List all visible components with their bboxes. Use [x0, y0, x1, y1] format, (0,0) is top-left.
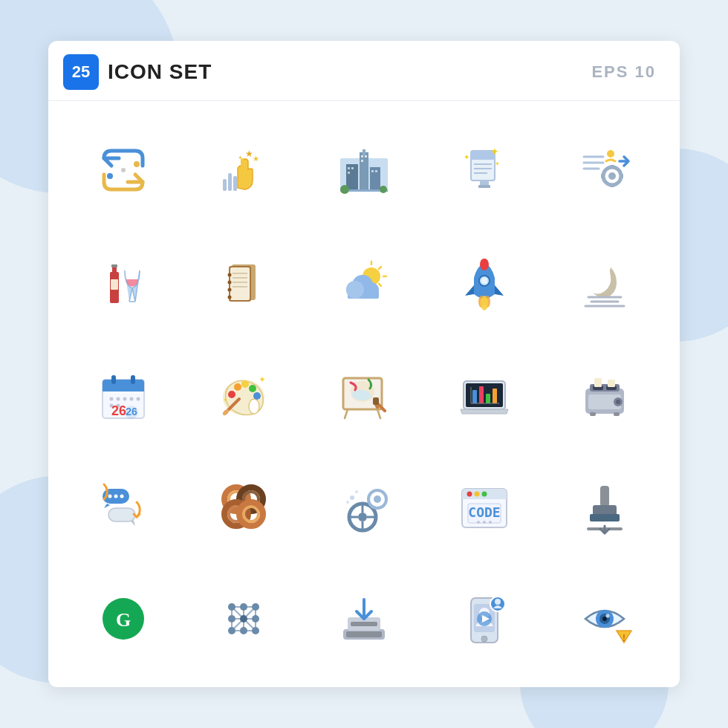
icon-cell-dot-grid	[183, 562, 304, 675]
svg-point-2	[121, 168, 126, 172]
svg-rect-83	[131, 375, 135, 384]
svg-point-150	[374, 495, 381, 503]
cloud-sun-icon	[331, 249, 397, 316]
svg-line-64	[379, 284, 381, 286]
svg-point-96	[228, 391, 235, 398]
icon-grid: ★ ★ ✦	[48, 101, 680, 687]
icon-cell-chat-refresh	[63, 450, 183, 562]
svg-point-70	[480, 259, 489, 270]
svg-point-144	[358, 513, 367, 521]
svg-point-0	[107, 173, 113, 179]
icon-cell-hand-stars: ★ ★ ✦	[183, 114, 304, 227]
svg-rect-128	[590, 412, 596, 416]
icon-cell-code-window: CODE	[424, 450, 545, 562]
svg-point-163	[483, 521, 486, 524]
svg-rect-16	[348, 167, 350, 169]
svg-point-153	[346, 501, 349, 504]
svg-rect-126	[594, 378, 602, 387]
icon-cell-eye-warning: !	[545, 562, 665, 675]
svg-point-184	[228, 627, 235, 634]
circles-pattern-icon	[210, 473, 277, 540]
svg-rect-7	[228, 173, 232, 191]
icon-cell-notebook	[183, 227, 304, 339]
calendar-26-icon: 26 26	[90, 361, 157, 428]
icon-cell-wheel-settings	[304, 450, 424, 562]
svg-text:✦: ✦	[259, 374, 266, 385]
svg-text:✦: ✦	[223, 397, 228, 403]
download-tray-icon	[331, 585, 397, 652]
svg-point-84	[110, 397, 114, 400]
svg-line-110	[377, 409, 380, 418]
svg-point-152	[355, 490, 358, 493]
svg-point-72	[481, 278, 487, 284]
svg-point-203	[606, 614, 610, 617]
svg-rect-31	[478, 185, 490, 188]
toaster-icon	[571, 361, 638, 428]
svg-rect-191	[351, 622, 377, 626]
icon-cell-usb-settings: ✦ ✦ ✦	[424, 114, 545, 227]
svg-point-157	[467, 491, 472, 496]
svg-rect-43	[620, 174, 623, 178]
night-fog-icon	[571, 249, 638, 316]
grammarly-logo-icon: G	[90, 585, 157, 652]
svg-point-99	[249, 385, 256, 392]
header: 25 ICON SET EPS 10	[48, 41, 680, 101]
svg-point-199	[481, 636, 487, 642]
page-title: ICON SET	[108, 60, 212, 84]
icon-cell-grammarly: G	[63, 562, 183, 675]
svg-rect-82	[111, 375, 116, 384]
svg-rect-167	[590, 514, 620, 521]
icon-cell-night-fog	[545, 227, 665, 339]
svg-point-23	[340, 185, 349, 194]
svg-point-162	[477, 521, 480, 524]
svg-point-24	[380, 186, 387, 193]
svg-text:✦: ✦	[238, 155, 243, 161]
icon-cell-arrows-recycle	[63, 114, 183, 227]
svg-point-181	[252, 603, 259, 611]
icon-cell-laptop-chart	[424, 339, 545, 451]
icon-cell-calendar: 26 26	[63, 339, 183, 451]
chat-refresh-icon	[90, 473, 157, 540]
svg-rect-40	[610, 165, 614, 169]
svg-text:!: !	[623, 633, 625, 643]
svg-rect-48	[111, 279, 118, 290]
icon-cell-paint-palette: ✦ ✦	[183, 339, 304, 451]
laptop-chart-icon	[451, 361, 518, 428]
svg-text:CODE: CODE	[468, 504, 500, 520]
svg-text:✦: ✦	[495, 160, 500, 167]
svg-rect-10	[360, 152, 368, 192]
eps-label: EPS 10	[591, 62, 656, 82]
svg-rect-113	[472, 390, 477, 403]
icon-cell-stamp-tool	[545, 450, 665, 562]
svg-point-86	[123, 397, 127, 400]
svg-text:G: G	[116, 609, 131, 631]
svg-point-151	[350, 495, 354, 500]
svg-rect-42	[601, 174, 605, 178]
gear-arrow-icon	[571, 137, 638, 204]
icon-cell-city	[304, 114, 424, 227]
svg-line-109	[345, 409, 348, 418]
svg-rect-108	[373, 397, 379, 405]
wine-bottle-icon	[90, 249, 157, 316]
svg-point-180	[240, 603, 247, 611]
svg-point-187	[240, 615, 247, 623]
svg-point-134	[120, 494, 124, 498]
svg-rect-81	[103, 386, 144, 391]
paint-palette-icon: ✦ ✦	[210, 361, 277, 428]
svg-rect-13	[365, 155, 367, 157]
rocket-launch-icon	[451, 249, 518, 316]
svg-point-186	[252, 627, 259, 634]
svg-point-198	[495, 599, 501, 605]
svg-point-1	[134, 161, 140, 167]
svg-point-185	[240, 627, 247, 634]
svg-rect-14	[361, 160, 363, 162]
city-buildings-icon	[331, 137, 397, 204]
painting-canvas-icon	[331, 361, 397, 428]
svg-rect-12	[361, 155, 363, 157]
svg-rect-47	[111, 264, 117, 267]
svg-rect-114	[479, 386, 484, 403]
svg-point-75	[481, 296, 488, 311]
svg-point-125	[616, 400, 620, 404]
hand-stars-icon: ★ ★ ✦	[210, 137, 277, 204]
svg-text:✦: ✦	[490, 146, 499, 157]
